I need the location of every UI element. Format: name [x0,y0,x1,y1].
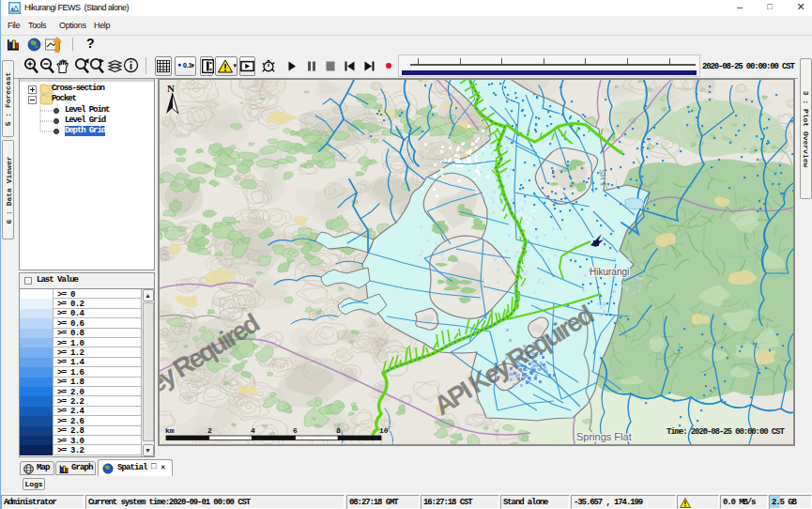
svg-text:Hikurangi: Hikurangi [590,267,629,277]
svg-text:Springs Flat: Springs Flat [576,431,632,442]
svg-text:10: 10 [379,426,389,435]
svg-text:4: 4 [251,426,255,435]
svg-text:6: 6 [293,426,298,435]
svg-text:8: 8 [336,426,341,435]
svg-text:SH 1: SH 1 [598,169,607,187]
svg-text:N: N [167,83,175,94]
svg-text:2: 2 [207,426,212,435]
svg-text:km: km [165,426,175,435]
svg-text:Time: 2020-08-25 00:00:00 CST: Time: 2020-08-25 00:00:00 CST [666,427,785,437]
